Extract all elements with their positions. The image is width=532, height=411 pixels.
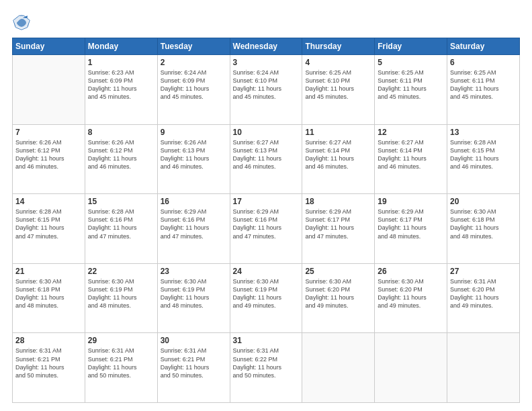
day-info: Sunrise: 6:30 AM Sunset: 6:20 PM Dayligh… <box>305 277 371 310</box>
calendar-week-2: 7Sunrise: 6:26 AM Sunset: 6:12 PM Daylig… <box>13 124 520 194</box>
table-row: 15Sunrise: 6:28 AM Sunset: 6:16 PM Dayli… <box>85 194 157 264</box>
day-info: Sunrise: 6:24 AM Sunset: 6:09 PM Dayligh… <box>161 68 227 101</box>
day-number: 17 <box>233 197 300 206</box>
day-info: Sunrise: 6:25 AM Sunset: 6:10 PM Dayligh… <box>305 68 371 101</box>
weekday-header-row: SundayMondayTuesdayWednesdayThursdayFrid… <box>13 38 520 55</box>
day-info: Sunrise: 6:27 AM Sunset: 6:14 PM Dayligh… <box>305 138 371 171</box>
day-number: 4 <box>305 58 371 67</box>
day-info: Sunrise: 6:31 AM Sunset: 6:20 PM Dayligh… <box>450 277 517 310</box>
day-number: 3 <box>233 58 300 67</box>
day-info: Sunrise: 6:27 AM Sunset: 6:13 PM Dayligh… <box>233 138 300 171</box>
day-number: 11 <box>305 128 371 137</box>
day-number: 8 <box>88 128 154 137</box>
day-number: 26 <box>378 267 444 276</box>
logo-icon <box>12 12 31 31</box>
day-number: 30 <box>161 336 227 345</box>
day-info: Sunrise: 6:31 AM Sunset: 6:22 PM Dayligh… <box>233 347 300 379</box>
table-row: 20Sunrise: 6:30 AM Sunset: 6:18 PM Dayli… <box>447 194 520 264</box>
day-number: 6 <box>450 58 517 67</box>
table-row <box>375 333 447 403</box>
day-number: 5 <box>378 58 444 67</box>
table-row: 13Sunrise: 6:28 AM Sunset: 6:15 PM Dayli… <box>447 124 520 194</box>
day-info: Sunrise: 6:31 AM Sunset: 6:21 PM Dayligh… <box>15 347 82 379</box>
day-info: Sunrise: 6:29 AM Sunset: 6:17 PM Dayligh… <box>305 208 371 240</box>
weekday-header-monday: Monday <box>85 38 157 55</box>
table-row: 11Sunrise: 6:27 AM Sunset: 6:14 PM Dayli… <box>302 124 375 194</box>
weekday-header-wednesday: Wednesday <box>230 38 302 55</box>
weekday-header-friday: Friday <box>375 38 447 55</box>
day-number: 10 <box>233 128 300 137</box>
table-row: 6Sunrise: 6:25 AM Sunset: 6:11 PM Daylig… <box>447 55 520 125</box>
table-row: 1Sunrise: 6:23 AM Sunset: 6:09 PM Daylig… <box>85 55 157 125</box>
day-number: 15 <box>88 197 154 206</box>
day-number: 20 <box>450 197 517 206</box>
table-row <box>447 333 520 403</box>
day-info: Sunrise: 6:27 AM Sunset: 6:14 PM Dayligh… <box>378 138 444 171</box>
table-row: 31Sunrise: 6:31 AM Sunset: 6:22 PM Dayli… <box>230 333 302 403</box>
day-number: 16 <box>161 197 227 206</box>
calendar-table: SundayMondayTuesdayWednesdayThursdayFrid… <box>12 38 520 403</box>
weekday-header-saturday: Saturday <box>447 38 520 55</box>
weekday-header-tuesday: Tuesday <box>157 38 230 55</box>
day-info: Sunrise: 6:29 AM Sunset: 6:17 PM Dayligh… <box>378 208 444 240</box>
table-row: 22Sunrise: 6:30 AM Sunset: 6:19 PM Dayli… <box>85 263 157 333</box>
day-number: 19 <box>378 197 444 206</box>
day-number: 7 <box>15 128 82 137</box>
table-row: 19Sunrise: 6:29 AM Sunset: 6:17 PM Dayli… <box>375 194 447 264</box>
day-info: Sunrise: 6:30 AM Sunset: 6:18 PM Dayligh… <box>450 208 517 240</box>
calendar-week-1: 1Sunrise: 6:23 AM Sunset: 6:09 PM Daylig… <box>13 55 520 125</box>
table-row: 7Sunrise: 6:26 AM Sunset: 6:12 PM Daylig… <box>13 124 85 194</box>
table-row: 9Sunrise: 6:26 AM Sunset: 6:13 PM Daylig… <box>157 124 230 194</box>
calendar-page: SundayMondayTuesdayWednesdayThursdayFrid… <box>0 0 532 411</box>
table-row <box>13 55 85 125</box>
day-number: 9 <box>161 128 227 137</box>
table-row: 10Sunrise: 6:27 AM Sunset: 6:13 PM Dayli… <box>230 124 302 194</box>
day-info: Sunrise: 6:23 AM Sunset: 6:09 PM Dayligh… <box>88 68 154 101</box>
calendar-week-3: 14Sunrise: 6:28 AM Sunset: 6:15 PM Dayli… <box>13 194 520 264</box>
table-row: 14Sunrise: 6:28 AM Sunset: 6:15 PM Dayli… <box>13 194 85 264</box>
day-number: 22 <box>88 267 154 276</box>
table-row: 26Sunrise: 6:30 AM Sunset: 6:20 PM Dayli… <box>375 263 447 333</box>
day-number: 29 <box>88 336 154 345</box>
table-row: 8Sunrise: 6:26 AM Sunset: 6:12 PM Daylig… <box>85 124 157 194</box>
day-info: Sunrise: 6:25 AM Sunset: 6:11 PM Dayligh… <box>378 68 444 101</box>
day-number: 12 <box>378 128 444 137</box>
weekday-header-thursday: Thursday <box>302 38 375 55</box>
table-row: 4Sunrise: 6:25 AM Sunset: 6:10 PM Daylig… <box>302 55 375 125</box>
day-info: Sunrise: 6:30 AM Sunset: 6:19 PM Dayligh… <box>88 277 154 310</box>
table-row: 27Sunrise: 6:31 AM Sunset: 6:20 PM Dayli… <box>447 263 520 333</box>
day-number: 27 <box>450 267 517 276</box>
day-number: 23 <box>161 267 227 276</box>
day-info: Sunrise: 6:30 AM Sunset: 6:19 PM Dayligh… <box>233 277 300 310</box>
table-row: 17Sunrise: 6:29 AM Sunset: 6:16 PM Dayli… <box>230 194 302 264</box>
table-row <box>302 333 375 403</box>
day-info: Sunrise: 6:26 AM Sunset: 6:12 PM Dayligh… <box>15 138 82 171</box>
day-info: Sunrise: 6:26 AM Sunset: 6:13 PM Dayligh… <box>161 138 227 171</box>
day-number: 2 <box>161 58 227 67</box>
table-row: 29Sunrise: 6:31 AM Sunset: 6:21 PM Dayli… <box>85 333 157 403</box>
calendar-body: 1Sunrise: 6:23 AM Sunset: 6:09 PM Daylig… <box>13 55 520 403</box>
day-info: Sunrise: 6:28 AM Sunset: 6:15 PM Dayligh… <box>15 208 82 240</box>
day-info: Sunrise: 6:31 AM Sunset: 6:21 PM Dayligh… <box>88 347 154 379</box>
table-row: 18Sunrise: 6:29 AM Sunset: 6:17 PM Dayli… <box>302 194 375 264</box>
day-number: 24 <box>233 267 300 276</box>
day-number: 14 <box>15 197 82 206</box>
calendar-week-4: 21Sunrise: 6:30 AM Sunset: 6:18 PM Dayli… <box>13 263 520 333</box>
table-row: 5Sunrise: 6:25 AM Sunset: 6:11 PM Daylig… <box>375 55 447 125</box>
day-info: Sunrise: 6:29 AM Sunset: 6:16 PM Dayligh… <box>161 208 227 240</box>
calendar-week-5: 28Sunrise: 6:31 AM Sunset: 6:21 PM Dayli… <box>13 333 520 403</box>
day-info: Sunrise: 6:30 AM Sunset: 6:20 PM Dayligh… <box>378 277 444 310</box>
table-row: 28Sunrise: 6:31 AM Sunset: 6:21 PM Dayli… <box>13 333 85 403</box>
day-number: 13 <box>450 128 517 137</box>
day-number: 31 <box>233 336 300 345</box>
table-row: 16Sunrise: 6:29 AM Sunset: 6:16 PM Dayli… <box>157 194 230 264</box>
day-info: Sunrise: 6:30 AM Sunset: 6:19 PM Dayligh… <box>161 277 227 310</box>
day-number: 25 <box>305 267 371 276</box>
table-row: 25Sunrise: 6:30 AM Sunset: 6:20 PM Dayli… <box>302 263 375 333</box>
weekday-header-sunday: Sunday <box>13 38 85 55</box>
day-number: 28 <box>15 336 82 345</box>
day-info: Sunrise: 6:30 AM Sunset: 6:18 PM Dayligh… <box>15 277 82 310</box>
day-info: Sunrise: 6:26 AM Sunset: 6:12 PM Dayligh… <box>88 138 154 171</box>
day-info: Sunrise: 6:31 AM Sunset: 6:21 PM Dayligh… <box>161 347 227 379</box>
day-info: Sunrise: 6:28 AM Sunset: 6:16 PM Dayligh… <box>88 208 154 240</box>
